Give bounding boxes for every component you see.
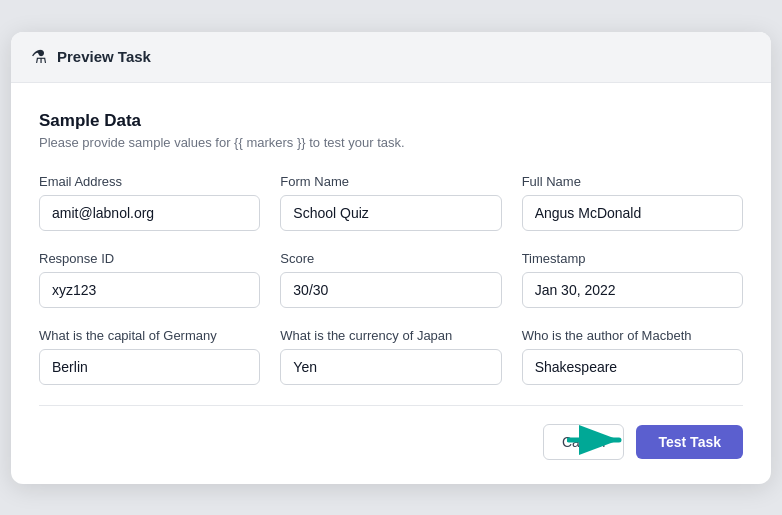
field-group-0: Email Address <box>39 174 260 231</box>
field-input-6[interactable] <box>39 349 260 385</box>
field-group-8: Who is the author of Macbeth <box>522 328 743 385</box>
field-label-2: Full Name <box>522 174 743 189</box>
field-input-3[interactable] <box>39 272 260 308</box>
field-group-7: What is the currency of Japan <box>280 328 501 385</box>
field-group-2: Full Name <box>522 174 743 231</box>
flask-icon: ⚗ <box>31 46 47 68</box>
content-area: Sample Data Please provide sample values… <box>11 83 771 484</box>
window-header: ⚗ Preview Task <box>11 32 771 83</box>
footer-actions: Cancel Test Task <box>39 424 743 460</box>
preview-task-window: ⚗ Preview Task Sample Data Please provid… <box>11 32 771 484</box>
field-input-4[interactable] <box>280 272 501 308</box>
arrow-indicator <box>567 422 631 462</box>
test-task-button[interactable]: Test Task <box>636 425 743 459</box>
field-input-8[interactable] <box>522 349 743 385</box>
field-label-6: What is the capital of Germany <box>39 328 260 343</box>
field-group-6: What is the capital of Germany <box>39 328 260 385</box>
field-label-3: Response ID <box>39 251 260 266</box>
field-input-7[interactable] <box>280 349 501 385</box>
field-input-2[interactable] <box>522 195 743 231</box>
field-label-5: Timestamp <box>522 251 743 266</box>
field-label-4: Score <box>280 251 501 266</box>
field-input-5[interactable] <box>522 272 743 308</box>
field-input-1[interactable] <box>280 195 501 231</box>
field-label-8: Who is the author of Macbeth <box>522 328 743 343</box>
window-title: Preview Task <box>57 48 151 65</box>
field-label-7: What is the currency of Japan <box>280 328 501 343</box>
field-group-5: Timestamp <box>522 251 743 308</box>
divider <box>39 405 743 406</box>
arrow-icon <box>567 422 631 458</box>
field-label-1: Form Name <box>280 174 501 189</box>
field-input-0[interactable] <box>39 195 260 231</box>
section-description: Please provide sample values for {{ mark… <box>39 135 743 150</box>
field-group-4: Score <box>280 251 501 308</box>
section-title: Sample Data <box>39 111 743 131</box>
field-label-0: Email Address <box>39 174 260 189</box>
form-grid: Email AddressForm NameFull NameResponse … <box>39 174 743 385</box>
field-group-1: Form Name <box>280 174 501 231</box>
field-group-3: Response ID <box>39 251 260 308</box>
